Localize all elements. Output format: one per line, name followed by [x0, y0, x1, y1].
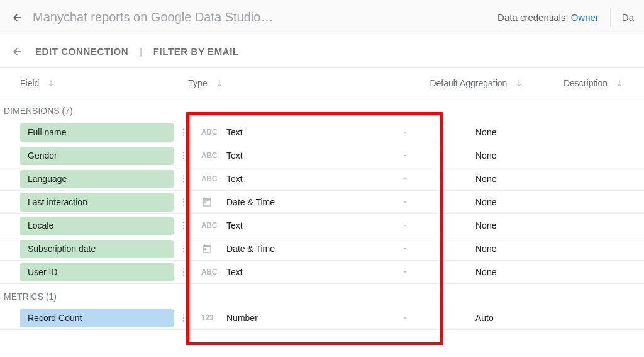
aggregation-value[interactable]: None: [440, 220, 577, 230]
svg-point-22: [183, 317, 184, 319]
type-dropdown[interactable]: 123Number: [192, 307, 440, 329]
text-type-icon: ABC: [201, 128, 218, 137]
type-dropdown[interactable]: ABCText: [192, 214, 440, 237]
svg-point-7: [183, 178, 184, 179]
more-options-button[interactable]: [175, 174, 192, 184]
truncated-label: Da: [622, 12, 634, 23]
aggregation-value[interactable]: None: [440, 267, 577, 277]
owner-link[interactable]: Owner: [571, 12, 599, 23]
type-label: Date & Time: [226, 197, 401, 207]
svg-point-16: [183, 248, 184, 249]
field-chip[interactable]: Gender: [20, 147, 174, 165]
svg-point-8: [183, 181, 184, 182]
date-type-icon: [201, 243, 218, 254]
type-dropdown[interactable]: ABCText: [192, 121, 440, 144]
page-title: Manychat reports on Google Data Studio…: [33, 10, 497, 25]
svg-point-1: [183, 132, 184, 133]
text-type-icon: ABC: [201, 174, 218, 183]
dimensions-section-header: DIMENSIONS (7): [0, 98, 644, 121]
table-row: Last interactionDate & TimeNone: [0, 191, 644, 214]
svg-point-15: [183, 245, 184, 246]
svg-point-9: [183, 198, 184, 200]
dropdown-caret-icon: [401, 152, 409, 159]
sort-arrow-icon: [615, 79, 624, 88]
svg-point-12: [183, 222, 184, 223]
more-options-button[interactable]: [175, 150, 192, 161]
table-row: GenderABCTextNone: [0, 144, 644, 167]
type-dropdown[interactable]: ABCText: [192, 167, 440, 190]
number-type-icon: 123: [201, 314, 218, 322]
dropdown-caret-icon: [401, 268, 409, 276]
svg-point-0: [183, 128, 184, 130]
field-chip[interactable]: Language: [20, 170, 174, 188]
table-row: Record Count123NumberAuto: [0, 307, 644, 330]
column-header-description[interactable]: Description: [564, 78, 624, 88]
more-options-button[interactable]: [175, 220, 192, 230]
column-header-field[interactable]: Field: [20, 78, 188, 88]
dropdown-caret-icon: [401, 175, 409, 183]
type-label: Text: [226, 150, 401, 161]
breadcrumb-filter-by-email[interactable]: FILTER BY EMAIL: [153, 46, 239, 57]
field-chip[interactable]: Locale: [20, 217, 174, 235]
type-dropdown[interactable]: ABCText: [192, 144, 440, 167]
type-dropdown[interactable]: Date & Time: [192, 191, 440, 213]
text-type-icon: ABC: [201, 268, 218, 276]
text-type-icon: ABC: [201, 151, 218, 160]
column-header-label: Default Aggregation: [430, 78, 507, 88]
svg-point-6: [183, 175, 184, 176]
field-chip[interactable]: Last interaction: [20, 193, 174, 212]
field-chip[interactable]: Record Count: [20, 309, 174, 327]
table-row: Subscription dateDate & TimeNone: [0, 237, 644, 261]
field-chip[interactable]: Full name: [20, 123, 174, 142]
svg-point-11: [183, 204, 184, 205]
aggregation-value[interactable]: None: [440, 197, 577, 207]
type-dropdown[interactable]: ABCText: [192, 261, 440, 283]
svg-point-19: [183, 271, 184, 273]
table-row: User IDABCTextNone: [0, 261, 644, 284]
more-options-button[interactable]: [175, 127, 192, 137]
dropdown-caret-icon: [401, 314, 409, 322]
field-chip[interactable]: Subscription date: [20, 240, 174, 258]
type-dropdown[interactable]: Date & Time: [192, 237, 440, 260]
back-button[interactable]: [10, 10, 25, 25]
svg-point-18: [183, 268, 184, 269]
table-row: Full nameABCTextNone: [0, 121, 644, 144]
dropdown-caret-icon: [401, 198, 409, 206]
column-header-type[interactable]: Type: [188, 78, 430, 88]
column-header-label: Description: [564, 78, 608, 88]
svg-point-3: [183, 152, 184, 153]
svg-point-21: [183, 314, 184, 315]
separator: [610, 9, 611, 26]
type-label: Text: [226, 127, 401, 137]
date-type-icon: [201, 196, 218, 208]
aggregation-value[interactable]: None: [440, 174, 577, 184]
field-chip[interactable]: User ID: [20, 263, 174, 281]
svg-point-4: [183, 155, 184, 156]
more-options-button[interactable]: [175, 267, 192, 277]
aggregation-value[interactable]: None: [440, 150, 577, 161]
svg-point-13: [183, 225, 184, 226]
table-row: LocaleABCTextNone: [0, 214, 644, 237]
credentials-label: Data credentials:: [497, 12, 569, 23]
svg-point-5: [183, 157, 184, 159]
more-options-button[interactable]: [175, 244, 192, 254]
column-header-label: Field: [20, 78, 39, 88]
more-options-button[interactable]: [175, 197, 192, 207]
sort-arrow-icon: [215, 79, 224, 88]
dropdown-caret-icon: [401, 222, 409, 229]
text-type-icon: ABC: [201, 221, 218, 230]
type-label: Number: [226, 313, 401, 323]
aggregation-value[interactable]: Auto: [440, 313, 577, 323]
svg-point-23: [183, 320, 184, 321]
dropdown-caret-icon: [401, 128, 409, 136]
type-label: Text: [226, 267, 401, 277]
breadcrumb-back-button[interactable]: [10, 44, 25, 59]
column-header-label: Type: [188, 78, 207, 88]
metrics-section-header: METRICS (1): [0, 284, 644, 307]
svg-point-10: [183, 201, 184, 203]
column-header-aggregation[interactable]: Default Aggregation: [430, 78, 564, 88]
aggregation-value[interactable]: None: [440, 244, 577, 254]
more-options-button[interactable]: [175, 313, 192, 323]
breadcrumb-edit-connection[interactable]: EDIT CONNECTION: [35, 46, 128, 57]
aggregation-value[interactable]: None: [440, 127, 577, 137]
